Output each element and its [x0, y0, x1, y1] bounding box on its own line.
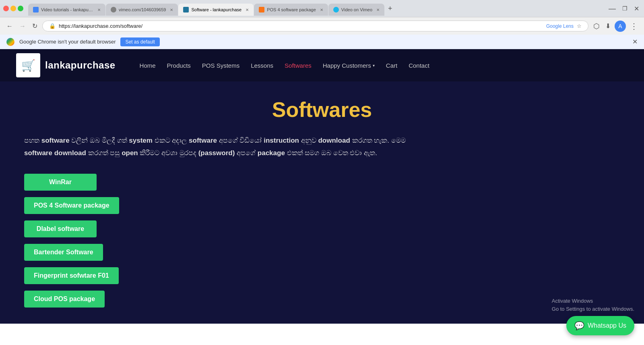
window-maximize-button[interactable]	[18, 6, 23, 11]
winrar-button[interactable]: WinRar	[24, 174, 97, 191]
google-lens-label[interactable]: Google Lens	[546, 23, 574, 29]
tab-close-3[interactable]: ✕	[246, 8, 249, 12]
main-content: Softwares පහත software වලින් ඔබ මිලදී ගත…	[0, 81, 644, 324]
restore-window-button[interactable]: ❐	[621, 4, 629, 13]
title-bar: Video tutorials - lankapurchase ✕ vimeo.…	[0, 0, 644, 17]
logo-area[interactable]: 🛒 lankapurchase	[16, 53, 116, 77]
url-actions: Google Lens ☆	[546, 23, 582, 29]
activate-windows-watermark: Activate Windows Go to Settings to activ…	[552, 297, 634, 313]
tab-vimeo-video[interactable]: Video on Vimeo ✕	[328, 4, 384, 16]
extensions-button[interactable]: ⬡	[592, 20, 601, 32]
fingerprint-software-button[interactable]: Fingerprint sofwtare F01	[24, 267, 119, 284]
info-bar-message: Google Chrome isn't your default browser	[19, 39, 116, 45]
desc-text-7: කරගත් පසු	[86, 149, 122, 157]
tab-favicon-1	[33, 7, 39, 12]
tab-favicon-4	[259, 7, 264, 12]
tab-title-1: Video tutorials - lankapurchase	[41, 7, 93, 12]
whatsapp-icon: 💬	[574, 321, 584, 330]
nav-happy-customers[interactable]: Happy Customers ▾	[323, 62, 375, 69]
info-bar-close-button[interactable]: ✕	[632, 38, 638, 46]
tab-close-1[interactable]: ✕	[97, 8, 101, 12]
desc-bold-7: open	[122, 149, 138, 157]
info-bar: Google Chrome isn't your default browser…	[0, 35, 644, 49]
nav-cart[interactable]: Cart	[386, 62, 397, 69]
pos4-software-button[interactable]: POS 4 Software package	[24, 197, 119, 214]
tab-software-lankapurchase[interactable]: Software - lankapurchase ✕	[178, 4, 254, 16]
desc-text-3: එකට අදාල	[153, 137, 189, 144]
tab-favicon-3	[183, 7, 189, 12]
nav-lessons[interactable]: Lessons	[251, 62, 273, 69]
forward-button[interactable]: →	[18, 21, 27, 31]
nav-softwares[interactable]: Softwares	[285, 62, 312, 69]
software-button-list: WinRar POS 4 Software package Dlabel sof…	[24, 174, 620, 308]
address-actions: ⬡ ⬇ A ⋮	[592, 20, 639, 33]
new-tab-button[interactable]: +	[385, 4, 396, 13]
logo-icon: 🛒	[21, 59, 35, 72]
nav-products[interactable]: Products	[167, 62, 191, 69]
page-title: Softwares	[24, 98, 620, 122]
desc-bold-2: system	[129, 137, 153, 144]
tab-video-tutorials[interactable]: Video tutorials - lankapurchase ✕	[28, 4, 105, 16]
desc-text-5: අනුව	[299, 137, 318, 144]
set-default-button[interactable]: Set as default	[120, 37, 159, 46]
reload-button[interactable]: ↻	[31, 21, 39, 31]
tab-pos4[interactable]: POS 4 software package ✕	[254, 4, 328, 16]
activate-windows-line1: Activate Windows	[552, 297, 634, 305]
tab-title-5: Video on Vimeo	[341, 7, 372, 12]
desc-text-6: කරගත හැක. මෙම	[350, 137, 406, 144]
tab-favicon-2	[111, 7, 116, 12]
bookmark-icon[interactable]: ☆	[577, 23, 582, 29]
nav-home[interactable]: Home	[140, 62, 156, 69]
desc-text-2: වලින් ඔබ මිලදී ගත්	[70, 137, 129, 144]
desc-text-8: කිරීමට අවශා මුරපද	[138, 149, 198, 157]
menu-button[interactable]: ⋮	[628, 20, 639, 33]
whatsapp-button[interactable]: 💬 Whatsapp Us	[566, 316, 634, 335]
close-window-button[interactable]: ✕	[632, 3, 641, 14]
tab-title-3: Software - lankapurchase	[191, 7, 242, 12]
tab-vimeo-url[interactable]: vimeo.com/1046039659 ✕	[106, 4, 178, 16]
desc-bold-9: package	[258, 149, 285, 157]
browser-chrome: Video tutorials - lankapurchase ✕ vimeo.…	[0, 0, 644, 49]
desc-text-1: පහත	[24, 137, 41, 144]
desc-bold-5: download	[318, 137, 350, 144]
nav-happy-customers-label: Happy Customers	[323, 62, 371, 69]
tab-title-2: vimeo.com/1046039659	[119, 7, 166, 12]
tab-title-4: POS 4 software package	[267, 7, 316, 12]
dlabel-software-button[interactable]: Dlabel software	[24, 220, 97, 237]
minimize-window-button[interactable]: —	[607, 3, 617, 15]
security-icon: 🔒	[49, 23, 56, 29]
profile-button[interactable]: A	[615, 21, 626, 32]
description: පහත software වලින් ඔබ මිලදී ගත් system එ…	[24, 135, 427, 159]
site-title: lankapurchase	[45, 60, 116, 71]
desc-bold-8: (password)	[198, 149, 235, 157]
download-button[interactable]: ⬇	[604, 21, 612, 31]
tab-close-4[interactable]: ✕	[320, 8, 323, 12]
desc-bold-3: software	[189, 137, 217, 144]
desc-text-10: එකත් සමග ඔබ වෙත එවා ඇත.	[285, 149, 377, 157]
nav-links: Home Products POS Systems Lessons Softwa…	[140, 62, 628, 69]
desc-bold-6: software download	[24, 149, 86, 157]
tab-close-5[interactable]: ✕	[376, 8, 380, 12]
desc-bold-1: software	[41, 137, 70, 144]
url-text: https://lankapurchase.com/software/	[59, 23, 543, 29]
address-bar: ← → ↻ 🔒 https://lankapurchase.com/softwa…	[0, 17, 644, 35]
cloud-pos-button[interactable]: Cloud POS package	[24, 291, 105, 308]
logo-image: 🛒	[16, 53, 40, 77]
url-bar[interactable]: 🔒 https://lankapurchase.com/software/ Go…	[42, 21, 588, 31]
back-button[interactable]: ←	[5, 21, 14, 31]
website: 🛒 lankapurchase Home Products POS System…	[0, 49, 644, 324]
desc-text-4: අපගේ විඩියෝ	[217, 137, 264, 144]
tabs-bar: Video tutorials - lankapurchase ✕ vimeo.…	[28, 1, 605, 16]
tab-favicon-5	[333, 7, 339, 12]
nav-contact[interactable]: Contact	[409, 62, 429, 69]
chevron-down-icon: ▾	[373, 63, 375, 68]
site-navigation: 🛒 lankapurchase Home Products POS System…	[0, 49, 644, 81]
desc-bold-4: instruction	[264, 137, 299, 144]
bartender-software-button[interactable]: Bartender Software	[24, 244, 103, 261]
window-close-button[interactable]	[3, 6, 9, 11]
window-minimize-button[interactable]	[10, 6, 16, 11]
chrome-logo	[6, 38, 14, 46]
nav-pos-systems[interactable]: POS Systems	[202, 62, 239, 69]
desc-text-9: අපගේ	[235, 149, 257, 157]
tab-close-2[interactable]: ✕	[170, 8, 173, 12]
